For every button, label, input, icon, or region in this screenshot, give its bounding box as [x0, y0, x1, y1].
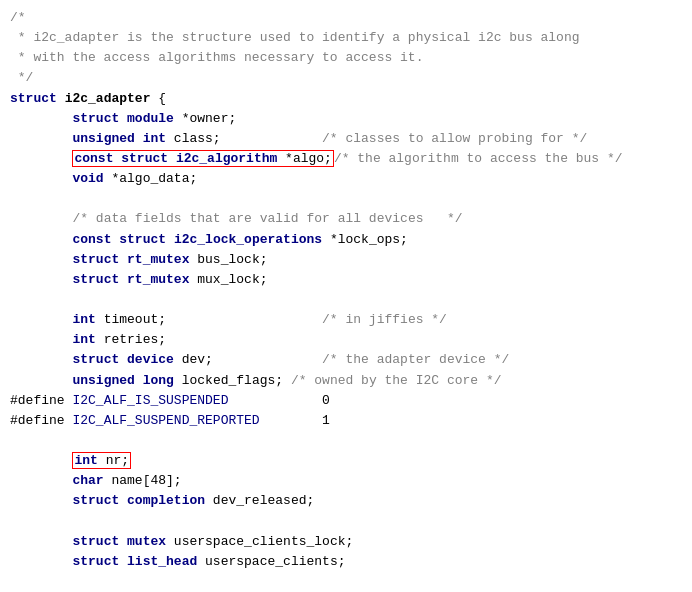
- nr-highlight: int nr;: [72, 452, 131, 469]
- code-viewer: /* * i2c_adapter is the structure used t…: [10, 8, 682, 592]
- line-comment-open: /* * i2c_adapter is the structure used t…: [10, 10, 580, 85]
- algo-highlight: const struct i2c_algorithm *algo;: [72, 150, 333, 167]
